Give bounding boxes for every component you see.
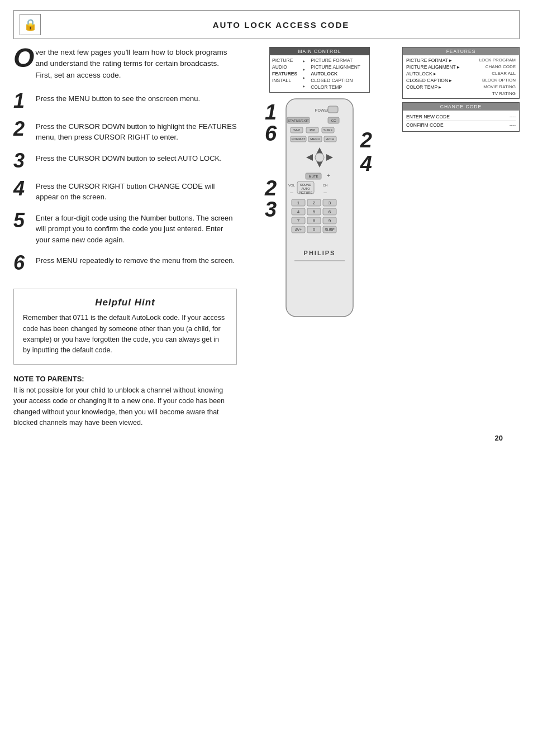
mc-item-cc: CLOSED CAPTION [311, 77, 360, 84]
svg-text:–: – [290, 189, 293, 195]
feat-sub-tvr: TV RATING [492, 91, 516, 96]
left-badges: 1 6 2 3 [265, 102, 277, 220]
feat-row-al: AUTOLOCK ▸ CLEAR ALL [406, 70, 516, 77]
mc-label-features: FEATURES [272, 70, 297, 77]
feat-label-ct: COLOR TEMP ▸ [406, 84, 441, 90]
svg-text:AUTO: AUTO [301, 187, 310, 190]
svg-text:8: 8 [313, 218, 316, 223]
header-icon: 🔒 [20, 14, 41, 35]
change-code-menu: CHANGE CODE ENTER NEW CODE ---- CONFIRM … [402, 102, 520, 132]
svg-text:2: 2 [313, 200, 316, 205]
svg-rect-2 [328, 106, 338, 113]
main-content: O ver the next few pages you'll learn ho… [13, 47, 520, 428]
mc-item-ct: COLOR TEMP [311, 84, 360, 90]
mc-label-install: INSTALL [272, 77, 297, 84]
step-2-number: 2 [13, 119, 29, 139]
svg-text:7: 7 [297, 218, 300, 223]
step-2-text: Press the CURSOR DOWN button to highligh… [36, 119, 237, 143]
step-2: 2 Press the CURSOR DOWN button to highli… [13, 119, 237, 143]
mc-item-autolock: AUTOLOCK [311, 70, 360, 77]
step-5-number: 5 [13, 210, 29, 231]
feat-sub-mr: MOVIE RATING [483, 84, 516, 90]
cc-label-enter: ENTER NEW CODE [406, 114, 450, 119]
svg-text:–: – [323, 189, 327, 195]
svg-text:4: 4 [297, 209, 300, 214]
feat-row-ccap: CLOSED CAPTION ▸ BLOCK OPTION [406, 77, 516, 84]
feat-label-ccap: CLOSED CAPTION ▸ [406, 78, 452, 83]
mc-left-labels: PICTURE AUDIO FEATURES INSTALL [272, 57, 297, 90]
main-control-menu: MAIN CONTROL PICTURE AUDIO FEATURES INST… [269, 47, 370, 93]
svg-text:3: 3 [329, 200, 331, 205]
feat-sub-bo: BLOCK OPTION [482, 78, 516, 83]
mc-item-pa: PICTURE ALIGNMENT [311, 64, 360, 70]
svg-text:SURF: SURF [325, 228, 335, 232]
feat-sub-ca: CLEAR ALL [492, 71, 516, 76]
svg-text:5: 5 [313, 209, 316, 214]
svg-text:SOUND: SOUND [300, 183, 311, 186]
step-3-number: 3 [13, 151, 29, 171]
badge-right-2: 2 [360, 130, 372, 151]
intro-text: ver the next few pages you'll learn how … [35, 48, 227, 79]
badge-2: 2 [265, 178, 277, 199]
feat-label-pa: PICTURE ALIGNMENT ▸ [406, 64, 460, 70]
svg-text:PHILIPS: PHILIPS [304, 250, 336, 256]
svg-text:0: 0 [313, 227, 316, 232]
svg-text:STATUS/EXIT: STATUS/EXIT [288, 119, 309, 122]
feat-sub-cc: CHANG CODE [486, 64, 516, 70]
step-5: 5 Enter a four-digit code using the Numb… [13, 210, 237, 246]
step-4-text: Press the CURSOR RIGHT button CHANGE COD… [36, 179, 237, 203]
feat-label-al: AUTOLOCK ▸ [406, 71, 436, 76]
step-3-text: Press the CURSOR DOWN button to select A… [36, 151, 222, 164]
svg-text:FORMAT: FORMAT [292, 137, 306, 141]
page-header: 🔒 Auto Lock Access Code [13, 10, 520, 39]
middle-column: MAIN CONTROL PICTURE AUDIO FEATURES INST… [242, 47, 397, 428]
step-6-text: Press MENU repeatedly to remove the menu… [36, 253, 235, 266]
right-badges: 2 4 [360, 130, 372, 174]
left-column: O ver the next few pages you'll learn ho… [13, 47, 237, 428]
features-title: FEATURES [403, 47, 519, 55]
svg-text:6: 6 [329, 209, 331, 214]
step-5-text: Enter a four-digit code using the Number… [36, 210, 237, 246]
changecode-title: CHANGE CODE [403, 103, 519, 111]
svg-text:VOL: VOL [288, 184, 296, 187]
main-control-title: MAIN CONTROL [270, 47, 369, 55]
svg-text:MUTE: MUTE [309, 175, 318, 178]
cc-label-confirm: CONFIRM CODE [406, 122, 444, 128]
cc-value-enter: ---- [510, 114, 516, 119]
step-1-text: Press the MENU button to see the onscree… [36, 91, 200, 104]
step-3: 3 Press the CURSOR DOWN button to select… [13, 151, 237, 171]
svg-text:POWER: POWER [315, 108, 330, 112]
changecode-rows: ENTER NEW CODE ---- CONFIRM CODE ---- [403, 111, 519, 131]
svg-text:1: 1 [297, 200, 300, 205]
hint-box: Helpful Hint Remember that 0711 is the d… [13, 289, 237, 365]
svg-point-23 [315, 153, 324, 162]
step-1-number: 1 [13, 91, 29, 111]
feat-row-pa: PICTURE ALIGNMENT ▸ CHANG CODE [406, 64, 516, 70]
note-title: NOTE TO PARENTS: [13, 375, 237, 383]
features-menu: FEATURES PICTURE FORMAT ▸ LOCK PROGRAM P… [402, 47, 520, 99]
svg-text:SURF: SURF [323, 128, 333, 132]
badge-right-4: 4 [360, 153, 372, 174]
feat-label-pf: PICTURE FORMAT ▸ [406, 58, 452, 63]
step-4: 4 Press the CURSOR RIGHT button CHANGE C… [13, 179, 237, 203]
svg-text:+: + [327, 173, 330, 179]
main-control-rows: PICTURE AUDIO FEATURES INSTALL ▸▸▸▸ PICT… [270, 55, 369, 92]
cc-row-enter: ENTER NEW CODE ---- [406, 113, 516, 121]
feat-row-ct: COLOR TEMP ▸ MOVIE RATING [406, 84, 516, 90]
intro-paragraph: O ver the next few pages you'll learn ho… [13, 47, 237, 81]
mc-arrows: ▸▸▸▸ [303, 57, 305, 90]
remote-wrapper: 1 6 2 3 POWER STATUS/EXIT [275, 96, 364, 331]
drop-cap: O [13, 47, 34, 70]
right-column: FEATURES PICTURE FORMAT ▸ LOCK PROGRAM P… [402, 47, 520, 428]
mc-label-picture: PICTURE [272, 57, 297, 64]
mc-label-audio: AUDIO [272, 64, 297, 70]
features-rows: PICTURE FORMAT ▸ LOCK PROGRAM PICTURE AL… [403, 55, 519, 98]
remote-svg: POWER STATUS/EXIT CC SAP PIP SURF [275, 96, 364, 331]
feat-sub-lp: LOCK PROGRAM [479, 58, 516, 63]
badge-3: 3 [265, 199, 277, 220]
step-6: 6 Press MENU repeatedly to remove the me… [13, 253, 237, 273]
feat-row-tvr: TV RATING [406, 90, 516, 97]
svg-text:PICTURE: PICTURE [299, 191, 312, 194]
svg-text:9: 9 [329, 218, 331, 223]
page-number: 20 [13, 434, 520, 442]
